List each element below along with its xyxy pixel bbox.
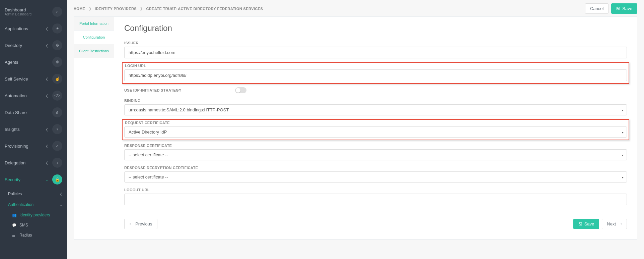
- leaf-label: SMS: [19, 223, 28, 227]
- chevron-down-icon: ⌄: [46, 178, 48, 182]
- submenu-label: Policies: [8, 192, 22, 196]
- highlight-request-cert: REQUEST CERTIFICATE Active Directory IdP: [122, 119, 629, 140]
- chevron-left-icon: ❮: [46, 27, 48, 31]
- chevron-left-icon: ❮: [46, 161, 48, 165]
- top-actions: Cancel 🖫Save: [585, 3, 637, 14]
- leaf-label: Radius: [19, 233, 32, 238]
- sidebar-item-selfservice[interactable]: Self Service ❮☝: [0, 70, 67, 87]
- leaf-sms[interactable]: 💬 SMS: [0, 220, 67, 230]
- breadcrumb-current: CREATE TRUST: ACTIVE DIRECTORY FEDERATIO…: [146, 7, 263, 11]
- gear-icon: ⚙: [52, 40, 62, 50]
- sidebar-label: Insights: [5, 127, 20, 132]
- list-icon: ☰: [12, 233, 17, 238]
- sidebar-label: Data Share: [5, 110, 27, 115]
- highlight-login-url: LOGIN URL: [122, 62, 629, 84]
- issuer-label: ISSUER: [124, 41, 627, 45]
- chevron-down-icon: ⌄: [60, 203, 62, 207]
- binding-select[interactable]: urn:oasis:names:tc:SAML:2.0:bindings:HTT…: [124, 104, 627, 115]
- idp-initiated-label: USE IDP-INITIATED STRATEGY: [124, 88, 182, 92]
- sidebar: Dashboard Admin Dashboard ⌂ Applications…: [0, 0, 67, 259]
- sidebar-item-applications[interactable]: Applications ❮✈: [0, 20, 67, 37]
- submenu-authentication[interactable]: Authentication ⌄: [0, 199, 67, 210]
- security-submenu: Policies ❮ Authentication ⌄ 👥 Identity p…: [0, 188, 67, 243]
- field-logout-url: LOGOUT URL: [124, 188, 627, 205]
- field-login-url: LOGIN URL: [124, 64, 627, 81]
- hand-icon: ☝: [52, 74, 62, 84]
- leaf-radius[interactable]: ☰ Radius: [0, 230, 67, 240]
- save-button-bottom[interactable]: 🖫Save: [573, 219, 599, 229]
- main-area: HOME ❯ IDENTITY PROVIDERS ❯ CREATE TRUST…: [67, 0, 644, 259]
- field-issuer: ISSUER: [124, 41, 627, 58]
- request-cert-select[interactable]: Active Directory IdP: [124, 126, 627, 138]
- chevron-left-icon: ❮: [60, 192, 62, 196]
- chevron-left-icon: ❮: [46, 127, 48, 131]
- tab-client-restrictions[interactable]: Client Restrictions: [74, 44, 114, 58]
- chevron-left-icon: ❮: [46, 77, 48, 81]
- leaf-label: Identity providers: [19, 213, 50, 217]
- share-icon: ⋔: [52, 107, 62, 117]
- sidebar-item-datashare[interactable]: Data Share ⋔: [0, 104, 67, 121]
- plane-icon: ✈: [52, 23, 62, 34]
- chevron-right-icon: ❯: [89, 7, 91, 10]
- breadcrumb-idp[interactable]: IDENTITY PROVIDERS: [95, 7, 137, 11]
- user-plus-icon: 👥: [12, 213, 17, 217]
- tab-portal-information[interactable]: Portal Information: [74, 17, 114, 31]
- sidebar-item-agents[interactable]: Agents ❁: [0, 54, 67, 70]
- binding-label: BINDING: [124, 99, 627, 103]
- sidebar-label: Dashboard: [5, 7, 31, 12]
- save-button-top[interactable]: 🖫Save: [611, 3, 637, 14]
- request-cert-label: REQUEST CERTIFICATE: [125, 121, 627, 125]
- issuer-input[interactable]: [124, 47, 627, 58]
- users-icon: ⛬: [52, 141, 62, 151]
- login-url-input[interactable]: [124, 69, 627, 81]
- save-icon: 🖫: [578, 222, 582, 226]
- leaf-identity-providers[interactable]: 👥 Identity providers: [0, 210, 67, 220]
- field-response-decryption-certificate: RESPONSE DECRYPTION CERTIFICATE -- selec…: [124, 166, 627, 183]
- sidebar-sublabel: Admin Dashboard: [5, 12, 31, 16]
- cancel-button[interactable]: Cancel: [585, 3, 609, 14]
- arrow-left-icon: 🡐: [129, 222, 133, 226]
- idp-initiated-toggle[interactable]: [235, 87, 246, 93]
- breadcrumb: HOME ❯ IDENTITY PROVIDERS ❯ CREATE TRUST…: [74, 7, 263, 11]
- sidebar-item-security[interactable]: Security ⌄🔒: [0, 171, 67, 188]
- response-decrypt-select[interactable]: -- select certificate --: [124, 171, 627, 183]
- save-icon: 🖫: [616, 6, 620, 11]
- sidebar-item-provisioning[interactable]: Provisioning ❮⛬: [0, 138, 67, 154]
- exchange-icon: ↕: [52, 158, 62, 168]
- topbar: HOME ❯ IDENTITY PROVIDERS ❯ CREATE TRUST…: [67, 0, 644, 16]
- sidebar-label: Provisioning: [5, 144, 28, 149]
- sidebar-item-dashboard[interactable]: Dashboard Admin Dashboard ⌂: [0, 3, 67, 20]
- code-icon: </>: [52, 91, 62, 101]
- field-request-certificate: REQUEST CERTIFICATE Active Directory IdP: [124, 121, 627, 138]
- logout-url-input[interactable]: [124, 194, 627, 205]
- field-idp-initiated: USE IDP-INITIATED STRATEGY: [124, 87, 627, 93]
- next-button[interactable]: Next🡒: [602, 219, 627, 229]
- tab-configuration[interactable]: Configuration: [74, 31, 114, 44]
- sidebar-item-insights[interactable]: Insights ❮♀: [0, 121, 67, 138]
- submenu-label: Authentication: [8, 202, 33, 207]
- footer-actions: 🡐Previous 🖫Save Next🡒: [124, 217, 627, 229]
- sidebar-label: Agents: [5, 60, 18, 65]
- chevron-left-icon: ❮: [46, 44, 48, 47]
- chevron-left-icon: ❮: [46, 144, 48, 148]
- sidebar-label: Security: [5, 177, 20, 182]
- previous-button[interactable]: 🡐Previous: [124, 219, 157, 229]
- breadcrumb-home[interactable]: HOME: [74, 7, 85, 11]
- arrow-right-icon: 🡒: [618, 222, 622, 226]
- response-cert-select[interactable]: -- select certificate --: [124, 149, 627, 160]
- bulb-icon: ♀: [52, 124, 62, 134]
- sidebar-label: Directory: [5, 43, 22, 48]
- home-icon: ⌂: [52, 7, 62, 17]
- cloud-icon: ❁: [52, 57, 62, 67]
- chat-icon: 💬: [12, 223, 17, 227]
- login-url-label: LOGIN URL: [125, 64, 627, 68]
- form-area: Configuration ISSUER LOGIN URL USE IDP-I…: [114, 17, 637, 239]
- submenu-policies[interactable]: Policies ❮: [0, 189, 67, 199]
- response-cert-label: RESPONSE CERTIFICATE: [124, 144, 627, 148]
- sidebar-label: Automation: [5, 93, 27, 98]
- sidebar-label: Self Service: [5, 76, 28, 82]
- sidebar-item-delegation[interactable]: Delegation ❮↕: [0, 154, 67, 171]
- sidebar-item-directory[interactable]: Directory ❮⚙: [0, 37, 67, 54]
- sidebar-label: Applications: [5, 26, 28, 31]
- sidebar-item-automation[interactable]: Automation ❮</>: [0, 87, 67, 104]
